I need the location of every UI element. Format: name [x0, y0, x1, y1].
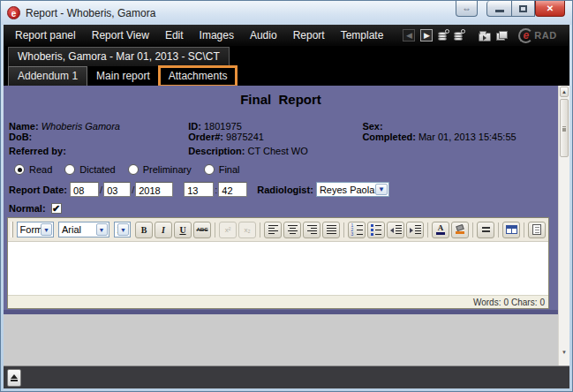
date-month-field[interactable]	[103, 182, 131, 197]
lower-panel	[4, 314, 558, 366]
report-text-area[interactable]	[8, 242, 548, 295]
italic-icon: I	[162, 225, 165, 235]
scrollbar-thumb[interactable]	[560, 99, 569, 157]
horizontal-rule-button[interactable]	[477, 222, 494, 238]
menu-bar: Report panel Report View Edit Images Aud…	[4, 25, 569, 46]
radio-final[interactable]: Final	[204, 164, 240, 175]
align-right-button[interactable]	[303, 222, 320, 238]
underline-button[interactable]: U	[174, 222, 192, 238]
date-year-field[interactable]	[135, 182, 173, 197]
strikethrough-icon: ABC	[197, 227, 208, 232]
insert-table-icon	[506, 225, 517, 234]
nav-forward-button[interactable]: ▶	[420, 28, 433, 42]
swap-arrows-button[interactable]: ⇔	[456, 1, 478, 17]
time-hour-field[interactable]	[184, 182, 214, 197]
bullet-list-button[interactable]	[367, 222, 385, 238]
words-count: 0	[503, 298, 509, 307]
outdent-button[interactable]	[387, 222, 404, 238]
nav-forward-icon: ▶	[420, 29, 433, 41]
description-label: Description:	[188, 146, 245, 156]
radio-read-dot[interactable]	[14, 164, 25, 175]
referred-by-label: Referred by:	[9, 146, 66, 156]
menu-report[interactable]: Report	[285, 25, 333, 46]
bold-button[interactable]: B	[135, 222, 153, 238]
underline-icon: U	[179, 225, 185, 235]
tab-addendum-1[interactable]: Addendum 1	[8, 66, 87, 86]
radio-read[interactable]: Read	[14, 164, 52, 175]
words-label: Words:	[473, 298, 501, 307]
subscript-button[interactable]: x₂	[238, 222, 256, 238]
font-select[interactable]: Arial▼	[58, 222, 109, 237]
name-value: Whoberis Gamora	[41, 121, 120, 132]
scroll-up-button[interactable]: ▲	[560, 87, 569, 97]
dob-label: DoB:	[9, 132, 32, 142]
align-left-button[interactable]	[264, 222, 282, 238]
open-folder-button[interactable]	[479, 28, 491, 42]
patient-tab[interactable]: Whoberis, Gamora - Mar 01, 2013 - SC\CT	[8, 47, 230, 66]
menu-images[interactable]: Images	[192, 25, 242, 46]
horizontal-rule-icon	[482, 227, 490, 232]
superscript-icon: x²	[225, 226, 231, 234]
title-bar[interactable]: e Report - Whoberis, Gamora ⇔ ✕	[1, 1, 572, 25]
app-frame: Report panel Report View Edit Images Aud…	[4, 25, 569, 388]
strikethrough-button[interactable]: ABC	[193, 222, 211, 238]
highlight-color-button[interactable]	[451, 222, 469, 238]
eject-button[interactable]	[7, 369, 21, 387]
sex-label: Sex:	[362, 121, 382, 132]
time-minute-field[interactable]	[218, 182, 247, 197]
indent-button[interactable]	[406, 222, 424, 238]
scroll-down-icon[interactable]: ▼	[559, 350, 569, 355]
font-size-select[interactable]: 2▼	[114, 222, 131, 237]
radio-preliminary-dot[interactable]	[128, 164, 139, 175]
normal-checkbox[interactable]: ✔	[51, 203, 62, 214]
chevron-down-icon: ▼	[117, 223, 129, 236]
numbered-list-icon: 123	[351, 224, 363, 236]
menu-report-view[interactable]: Report View	[84, 25, 157, 46]
align-justify-button[interactable]	[322, 222, 340, 238]
font-color-icon: A	[436, 224, 445, 235]
radiologist-select[interactable]: Reyes Paola ▼	[316, 182, 389, 197]
align-center-button[interactable]	[283, 222, 301, 238]
format-select[interactable]: Format▼	[17, 222, 54, 237]
window-title: Report - Whoberis, Gamora	[26, 7, 155, 19]
tab-main-report[interactable]: Main report	[87, 67, 160, 86]
description-value: CT Chest WO	[248, 146, 308, 156]
align-justify-icon	[327, 225, 336, 235]
menu-edit[interactable]: Edit	[157, 25, 192, 46]
coins-stack-button-2[interactable]	[454, 28, 464, 42]
date-day-field[interactable]	[70, 182, 99, 197]
coins-stack-button-1[interactable]	[438, 28, 449, 42]
numbered-list-button[interactable]: 123	[348, 222, 366, 238]
coins-stack-icon	[438, 30, 449, 41]
vertical-scrollbar[interactable]: ▲ ▼	[558, 86, 569, 366]
superscript-button[interactable]: x²	[219, 222, 237, 238]
pages-book-icon	[496, 31, 507, 41]
toolbar-grip[interactable]	[11, 222, 13, 237]
maximize-button[interactable]	[511, 1, 535, 17]
chevron-down-icon: ▼	[41, 223, 52, 236]
patient-info-grid: Name: Whoberis Gamora DoB: ID: 1801975 O…	[4, 121, 558, 142]
page-properties-icon	[532, 224, 541, 235]
radio-dictated[interactable]: Dictated	[64, 164, 115, 175]
outdent-icon	[390, 225, 402, 235]
radio-dictated-dot[interactable]	[64, 164, 75, 175]
minimize-button[interactable]	[486, 1, 511, 17]
font-color-button[interactable]: A	[432, 222, 449, 238]
tab-attachments[interactable]: Attachments	[160, 67, 237, 86]
menu-audio[interactable]: Audio	[242, 25, 285, 46]
page-properties-button[interactable]	[528, 222, 546, 238]
insert-table-button[interactable]	[502, 222, 520, 238]
app-window: e Report - Whoberis, Gamora ⇔ ✕ Report p…	[0, 0, 573, 392]
italic-button[interactable]: I	[155, 222, 172, 238]
report-date-label: Report Date:	[9, 185, 67, 195]
normal-label: Normal:	[9, 203, 46, 214]
nav-back-icon: ◀	[403, 29, 415, 41]
menu-template[interactable]: Template	[333, 25, 392, 46]
close-button[interactable]: ✕	[535, 1, 565, 17]
menu-report-panel[interactable]: Report panel	[7, 25, 84, 46]
name-label: Name:	[9, 121, 39, 132]
radio-preliminary[interactable]: Preliminary	[128, 164, 192, 175]
nav-back-button[interactable]: ◀	[403, 28, 415, 42]
radio-final-dot[interactable]	[204, 164, 215, 175]
pages-button[interactable]	[496, 28, 507, 42]
